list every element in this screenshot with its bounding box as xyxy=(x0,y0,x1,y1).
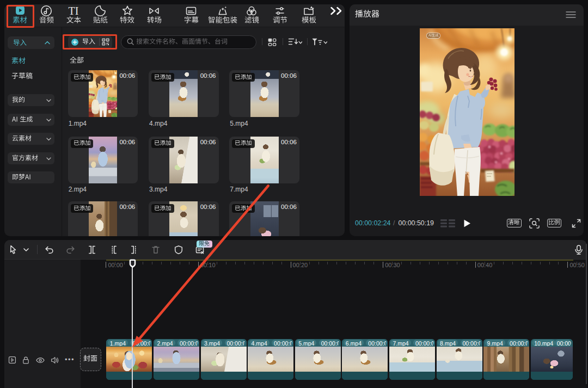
svg-text:TI: TI xyxy=(69,5,79,17)
